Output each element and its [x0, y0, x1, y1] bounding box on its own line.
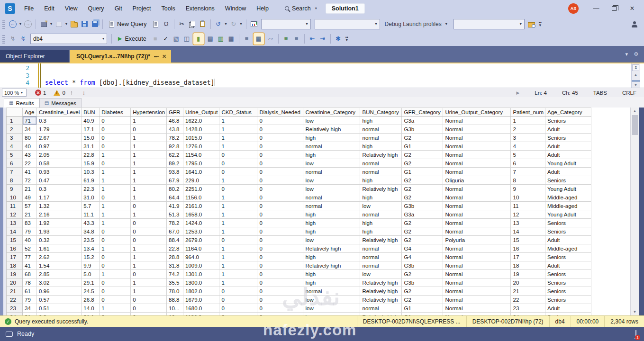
- grid-cell[interactable]: 21: [23, 185, 37, 193]
- column-header-creatinine_category[interactable]: Creatinine_Category: [303, 108, 360, 117]
- grid-cell[interactable]: 16: [511, 244, 545, 253]
- grid-cell[interactable]: Adult: [545, 236, 591, 244]
- grid-cell[interactable]: Normal: [443, 159, 511, 168]
- grid-cell[interactable]: Normal: [443, 287, 511, 296]
- grid-cell[interactable]: 0: [257, 304, 303, 313]
- grid-cell[interactable]: 1: [219, 278, 257, 287]
- grid-cell[interactable]: low: [303, 296, 360, 304]
- grid-cell[interactable]: 1164.0: [183, 244, 219, 253]
- grid-cell[interactable]: normal: [303, 287, 360, 296]
- row-header[interactable]: 1: [7, 117, 23, 125]
- grid-cell[interactable]: 0: [100, 134, 131, 142]
- grid-cell[interactable]: 10: [511, 193, 545, 202]
- grid-cell[interactable]: Relatively high: [360, 185, 402, 193]
- debug-launch-profiles-button[interactable]: Debug Launch profiles▾: [382, 21, 452, 27]
- grid-cell[interactable]: G2: [402, 151, 443, 159]
- grid-cell[interactable]: 1300.0: [183, 278, 219, 287]
- grid-cell[interactable]: 10.3: [82, 168, 100, 176]
- grid-cell[interactable]: 13: [511, 219, 545, 227]
- grid-cell[interactable]: 1: [131, 253, 167, 261]
- grid-cell[interactable]: 77: [23, 253, 37, 261]
- grid-cell[interactable]: G3b: [402, 125, 443, 134]
- grid-cell[interactable]: Normal: [443, 304, 511, 313]
- undo-dropdown[interactable]: ▾: [224, 22, 228, 26]
- grid-cell[interactable]: 78.2: [167, 219, 183, 227]
- menu-tools[interactable]: Tools: [156, 0, 181, 17]
- grid-cell[interactable]: 1: [219, 244, 257, 253]
- grid-cell[interactable]: low: [303, 117, 360, 125]
- menu-window[interactable]: Window: [220, 0, 251, 17]
- grid-cell[interactable]: G4: [402, 253, 443, 261]
- grid-cell[interactable]: G2: [402, 134, 443, 142]
- column-header-gfr_category[interactable]: GFR_Category: [402, 108, 443, 117]
- execute-button[interactable]: ▶Execute: [114, 36, 150, 42]
- grid-cell[interactable]: 15.9: [82, 159, 100, 168]
- scroll-right-icon[interactable]: ▶: [508, 90, 527, 95]
- grid-cell[interactable]: normal: [360, 244, 402, 253]
- grid-cell[interactable]: normal: [360, 253, 402, 261]
- menu-extensions[interactable]: Extensions: [181, 0, 220, 17]
- tabs-indicator[interactable]: TABS: [586, 90, 615, 96]
- grid-cell[interactable]: 1.61: [37, 244, 82, 253]
- grid-cell[interactable]: 14.0: [82, 304, 100, 313]
- grid-cell[interactable]: high: [303, 210, 360, 219]
- search-button[interactable]: Search ▾: [280, 5, 323, 12]
- grid-cell[interactable]: normal: [360, 134, 402, 142]
- grid-cell[interactable]: Adult: [545, 304, 591, 313]
- grid-cell[interactable]: Polyuria: [443, 236, 511, 244]
- menu-help[interactable]: Help: [251, 0, 274, 17]
- grid-cell[interactable]: 2.85: [37, 270, 82, 278]
- grid-cell[interactable]: G3b: [402, 202, 443, 210]
- grid-cell[interactable]: 40: [23, 142, 37, 151]
- increase-indent-icon[interactable]: ⇥: [317, 33, 328, 45]
- grid-cell[interactable]: 0: [257, 151, 303, 159]
- grid-cell[interactable]: normal: [360, 168, 402, 176]
- grid-cell[interactable]: 57: [23, 202, 37, 210]
- tab-list-caret-icon[interactable]: ▾: [626, 51, 628, 57]
- grid-cell[interactable]: Seniors: [545, 134, 591, 142]
- tab-results[interactable]: ▦ Results: [4, 98, 39, 108]
- results-to-file-icon[interactable]: ▱: [265, 33, 276, 45]
- grid-cell[interactable]: Relatively high: [360, 296, 402, 304]
- feedback-bubble-icon[interactable]: [6, 332, 13, 337]
- grid-cell[interactable]: G2: [402, 227, 443, 236]
- grid-cell[interactable]: 1301.0: [183, 270, 219, 278]
- grid-cell[interactable]: 1: [131, 287, 167, 296]
- grid-cell[interactable]: G2: [402, 193, 443, 202]
- undo-icon[interactable]: ↺: [213, 18, 224, 30]
- grid-cell[interactable]: low: [303, 236, 360, 244]
- grid-cell[interactable]: normal: [303, 202, 360, 210]
- grid-cell[interactable]: 1.17: [37, 193, 82, 202]
- paste-icon[interactable]: [198, 18, 208, 30]
- grid-cell[interactable]: Normal: [443, 202, 511, 210]
- grid-cell[interactable]: 1: [131, 176, 167, 185]
- grid-vertical-scrollbar[interactable]: ▲ ▼: [630, 108, 639, 315]
- toolbar-combo-3[interactable]: ▾: [454, 19, 525, 29]
- row-header[interactable]: 19: [7, 270, 23, 278]
- grid-cell[interactable]: 67.9: [167, 176, 183, 185]
- grid-cell[interactable]: Normal: [443, 270, 511, 278]
- grid-cell[interactable]: 1: [219, 134, 257, 142]
- grid-cell[interactable]: 2161.0: [183, 202, 219, 210]
- grid-cell[interactable]: Normal: [443, 125, 511, 134]
- grid-cell[interactable]: 0.3: [37, 117, 82, 125]
- row-header[interactable]: 15: [7, 236, 23, 244]
- row-header[interactable]: 23: [7, 304, 23, 313]
- row-header[interactable]: 14: [7, 227, 23, 236]
- grid-cell[interactable]: 11.1: [82, 210, 100, 219]
- grid-cell[interactable]: 1: [219, 193, 257, 202]
- grid-cell[interactable]: 1: [219, 210, 257, 219]
- grid-cell[interactable]: 1156.0: [183, 193, 219, 202]
- grid-cell[interactable]: 1: [511, 117, 545, 125]
- tab-messages[interactable]: ▤ Messages: [39, 98, 82, 108]
- grid-cell[interactable]: 23.5: [82, 236, 100, 244]
- actual-plan-icon[interactable]: ▤: [205, 33, 216, 45]
- grid-cell[interactable]: G3a: [402, 117, 443, 125]
- scroll-up-icon[interactable]: ▲: [632, 73, 640, 76]
- grid-cell[interactable]: 0: [257, 134, 303, 142]
- grid-cell[interactable]: 1: [131, 193, 167, 202]
- grid-cell[interactable]: 1: [131, 278, 167, 287]
- grid-cell[interactable]: G2: [402, 185, 443, 193]
- grid-cell[interactable]: 93.8: [167, 168, 183, 176]
- toolbar-grip[interactable]: [2, 19, 5, 29]
